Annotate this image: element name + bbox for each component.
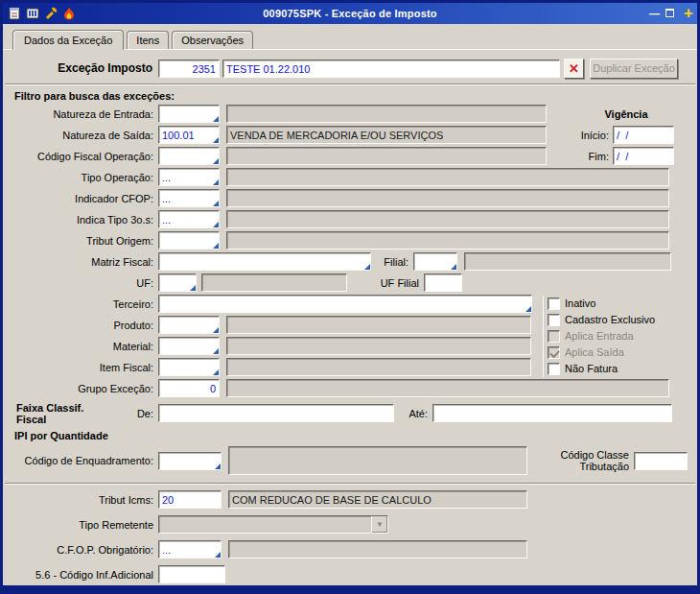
indicador-cfop-input[interactable]: ... <box>158 189 220 207</box>
chevron-down-icon: ▼ <box>371 516 387 533</box>
tipo-operacao-input[interactable]: ... <box>158 168 220 186</box>
codigo-enquadramento-input[interactable] <box>158 452 222 470</box>
checkbox-cadastro-exclusivo[interactable]: Cadastro Exclusivo <box>548 312 688 327</box>
excecao-codigo-input[interactable]: 2351 <box>158 59 220 78</box>
inicio-label: Início: <box>581 130 613 141</box>
item-fiscal-input[interactable] <box>158 358 220 376</box>
maximize-button[interactable] <box>665 9 674 17</box>
excecao-descricao-input[interactable]: TESTE 01.22.010 <box>222 59 560 78</box>
titlebar-icons <box>7 6 77 21</box>
natureza-entrada-label: Natureza de Entrada: <box>12 108 158 120</box>
checkbox-aplica-entrada: Aplica Entrada <box>548 328 688 344</box>
indica-tipo-3os-row: Indica Tipo 3o.s: ... <box>12 210 688 228</box>
ipi-section-title: IPI por Quantidade <box>14 430 697 441</box>
produto-input[interactable] <box>158 316 220 334</box>
form-icon[interactable] <box>7 6 22 21</box>
tribut-origem-input[interactable] <box>158 231 220 249</box>
terceiro-input[interactable] <box>158 295 532 313</box>
matriz-fiscal-input[interactable] <box>158 252 371 271</box>
codigo-fiscal-operacao-desc <box>226 147 547 165</box>
vigencia-label: Vigência <box>582 108 670 120</box>
tipo-operacao-label: Tipo Operação: <box>12 172 158 183</box>
indicador-cfop-row: Indicador CFOP: ... <box>12 189 688 207</box>
tribut-icms-desc: COM REDUCAO DE BASE DE CALCULO <box>228 490 527 509</box>
material-desc <box>226 337 531 355</box>
uf-filial-input[interactable] <box>424 273 462 292</box>
checkbox-aplica-entrada-label: Aplica Entrada <box>565 330 634 342</box>
codigo-classe-line2: Tributação <box>579 461 629 472</box>
cfop-obrigatorio-input[interactable]: ... <box>158 540 222 558</box>
tab-bar: Dados da Exceção Itens Observações <box>3 24 697 49</box>
faixa-de-input[interactable] <box>158 404 394 422</box>
matriz-fiscal-row: Matriz Fiscal: Filial: <box>12 252 688 271</box>
grupo-excecao-label: Grupo Exceção: <box>12 383 158 394</box>
tab-observacoes[interactable]: Observações <box>172 31 253 49</box>
codigo-enquadramento-desc <box>228 446 527 475</box>
natureza-saida-input[interactable]: 100.01 <box>158 126 220 144</box>
delete-button[interactable]: ✕ <box>564 59 584 79</box>
filial-desc <box>464 252 671 271</box>
codigo-fiscal-operacao-input[interactable] <box>158 147 220 165</box>
grupo-excecao-row: Grupo Exceção: 0 <box>12 379 688 397</box>
uf-filial-label: UF Filial <box>376 277 424 289</box>
checkbox-nao-fatura[interactable]: Não Fatura <box>548 361 688 376</box>
plus-button[interactable]: + <box>684 6 693 21</box>
columns-icon[interactable] <box>25 6 40 21</box>
cfop-obrigatorio-label: C.F.O.P. Obrigatório: <box>12 544 158 556</box>
tribut-icms-input[interactable]: 20 <box>158 490 222 509</box>
tipo-remetente-row: Tipo Remetente ▼ <box>12 515 688 534</box>
codigo-inf-adicional-input[interactable] <box>158 565 225 583</box>
codigo-classe-tributacao-input[interactable] <box>634 452 688 470</box>
material-input[interactable] <box>158 337 220 355</box>
grupo-excecao-desc <box>226 379 669 397</box>
indica-tipo-3os-input[interactable]: ... <box>158 210 220 228</box>
flame-icon[interactable] <box>61 6 77 21</box>
codigo-inf-adicional-label: 5.6 - Código Inf.Adicional <box>12 569 158 581</box>
grupo-excecao-input[interactable]: 0 <box>158 379 220 397</box>
natureza-entrada-desc <box>226 105 547 123</box>
uf-label: UF: <box>12 277 158 289</box>
wrench-icon[interactable] <box>43 6 58 21</box>
filial-input[interactable] <box>413 252 457 271</box>
tribut-icms-row: Tribut Icms: 20 COM REDUCAO DE BASE DE C… <box>12 490 688 509</box>
tribut-origem-row: Tribut Origem: <box>12 231 688 249</box>
inicio-date-input[interactable]: / / <box>613 126 674 144</box>
codigo-classe-tributacao-label: Código Classe Tributação <box>551 449 634 472</box>
faixa-ate-input[interactable] <box>432 404 672 422</box>
window-title: 009075SPK - Exceção de Imposto <box>3 8 697 19</box>
codigo-inf-adicional-row: 5.6 - Código Inf.Adicional <box>12 565 688 583</box>
tipo-remetente-label: Tipo Remetente <box>12 519 158 531</box>
tab-itens[interactable]: Itens <box>127 31 169 49</box>
minimize-button[interactable]: — <box>649 7 660 20</box>
natureza-saida-label: Natureza de Saída: <box>12 130 158 141</box>
uf-input[interactable] <box>158 273 197 292</box>
excecao-imposto-label: Exceção Imposto <box>12 61 158 75</box>
checkbox-box-icon <box>548 330 560 343</box>
window-controls: — + <box>649 6 693 21</box>
cfop-obrigatorio-desc <box>228 540 527 558</box>
enquadramento-row: Código de Enquadramento: Código Classe T… <box>12 445 688 476</box>
faixa-de-label: De: <box>112 408 158 419</box>
checkbox-box-icon <box>548 363 560 375</box>
tribut-icms-label: Tribut Icms: <box>12 494 158 506</box>
tipo-operacao-row: Tipo Operação: ... <box>12 168 688 186</box>
tab-dados-da-excecao[interactable]: Dados da Exceção <box>12 30 124 50</box>
codigo-fiscal-operacao-row: Código Fiscal Operação: Fim: / / <box>12 147 688 165</box>
item-fiscal-desc <box>226 358 531 376</box>
codigo-enquadramento-label: Código de Enquadramento: <box>12 455 158 466</box>
item-fiscal-label: Item Fiscal: <box>12 362 158 373</box>
natureza-entrada-row: Natureza de Entrada: Vigência <box>12 105 688 123</box>
indica-tipo-3os-label: Indica Tipo 3o.s: <box>12 214 158 226</box>
tribut-origem-label: Tribut Origem: <box>12 235 158 247</box>
duplicar-excecao-button[interactable]: Duplicar Exceção <box>590 59 678 79</box>
cfop-obrigatorio-row: C.F.O.P. Obrigatório: ... <box>12 540 688 558</box>
tab-page-dados-da-excecao: Exceção Imposto 2351 TESTE 01.22.010 ✕ D… <box>3 49 697 585</box>
titlebar: 009075SPK - Exceção de Imposto — + <box>3 3 697 24</box>
filtro-section-title: Filtro para busca das exceções: <box>14 90 697 102</box>
codigo-classe-line1: Código Classe <box>560 449 629 461</box>
checkbox-inativo[interactable]: Inativo <box>548 296 688 311</box>
fim-label: Fim: <box>589 151 613 162</box>
uf-desc <box>201 273 347 292</box>
fim-date-input[interactable]: / / <box>613 147 674 165</box>
natureza-entrada-input[interactable] <box>158 105 220 123</box>
